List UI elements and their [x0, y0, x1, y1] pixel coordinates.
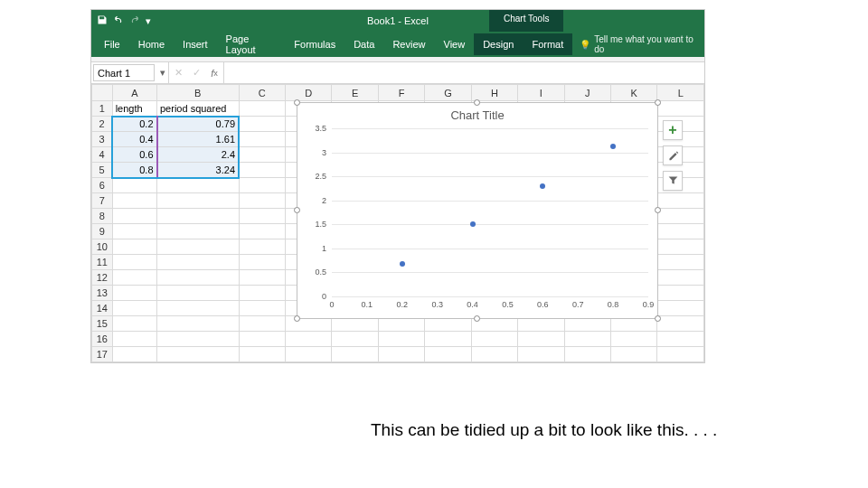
col-header[interactable]: G	[425, 85, 471, 101]
cell[interactable]	[611, 347, 657, 362]
cell[interactable]	[157, 224, 240, 239]
cell[interactable]	[239, 224, 285, 239]
row-header[interactable]: 6	[92, 178, 113, 193]
select-all-cell[interactable]	[92, 85, 113, 101]
cell[interactable]	[657, 286, 704, 301]
cell[interactable]	[112, 301, 156, 316]
cell[interactable]	[471, 347, 517, 362]
row-header[interactable]: 17	[92, 347, 113, 362]
tab-page-layout[interactable]: Page Layout	[217, 28, 286, 61]
cell[interactable]	[112, 332, 156, 347]
cell[interactable]	[518, 332, 564, 347]
cell[interactable]	[239, 286, 285, 301]
cell[interactable]	[112, 224, 156, 239]
cell[interactable]	[239, 101, 285, 117]
row-header[interactable]: 5	[92, 163, 113, 178]
cell[interactable]	[425, 347, 471, 362]
cell[interactable]	[157, 270, 240, 286]
name-box-dropdown-icon[interactable]: ▾	[156, 62, 169, 83]
cell[interactable]	[239, 239, 285, 255]
cell[interactable]	[239, 132, 285, 147]
save-icon[interactable]	[97, 14, 108, 27]
chart-data-point[interactable]	[400, 261, 405, 267]
col-header[interactable]: J	[564, 85, 610, 101]
row-header[interactable]: 3	[92, 132, 113, 147]
col-header[interactable]: E	[332, 85, 378, 101]
tab-review[interactable]: Review	[383, 33, 434, 55]
qat-dropdown-icon[interactable]: ▾	[146, 15, 151, 27]
row-header[interactable]: 10	[92, 239, 113, 255]
resize-handle[interactable]	[294, 99, 300, 106]
row-header[interactable]: 15	[92, 316, 113, 332]
col-header[interactable]: H	[471, 85, 517, 101]
cell[interactable]	[112, 239, 156, 255]
cell[interactable]: 0.79	[157, 117, 240, 132]
cell[interactable]	[657, 316, 704, 332]
cell[interactable]: 2.4	[157, 147, 240, 163]
chart-elements-button[interactable]: +	[663, 120, 683, 140]
cell[interactable]	[157, 178, 240, 193]
cell[interactable]	[239, 255, 285, 270]
cell[interactable]	[157, 239, 240, 255]
name-box[interactable]	[93, 64, 155, 81]
resize-handle[interactable]	[474, 99, 480, 106]
cell[interactable]	[239, 332, 285, 347]
col-header[interactable]: K	[611, 85, 657, 101]
cell[interactable]: 0.6	[112, 147, 156, 163]
row-header[interactable]: 1	[92, 101, 113, 117]
cell[interactable]: period squared	[157, 101, 240, 117]
cell[interactable]	[239, 117, 285, 132]
cell[interactable]	[657, 209, 704, 224]
cell[interactable]	[239, 209, 285, 224]
cell[interactable]	[112, 286, 156, 301]
chart-styles-button[interactable]	[663, 145, 683, 165]
cell[interactable]	[239, 193, 285, 209]
cell[interactable]	[112, 255, 156, 270]
resize-handle[interactable]	[655, 99, 661, 106]
cell[interactable]	[425, 332, 471, 347]
cell[interactable]	[112, 347, 156, 362]
cell[interactable]	[285, 332, 331, 347]
cell[interactable]	[157, 209, 240, 224]
cell[interactable]	[157, 301, 240, 316]
cell[interactable]	[157, 255, 240, 270]
cell[interactable]	[239, 147, 285, 163]
chart-x-axis[interactable]: 00.10.20.30.40.50.60.70.80.9	[332, 300, 648, 313]
cell[interactable]	[611, 332, 657, 347]
cell[interactable]	[239, 270, 285, 286]
col-header[interactable]: D	[285, 85, 331, 101]
row-header[interactable]: 8	[92, 209, 113, 224]
embedded-chart[interactable]: Chart Title 00.511.522.533.5 00.10.20.30…	[297, 102, 658, 319]
cell[interactable]	[471, 332, 517, 347]
cell[interactable]	[657, 301, 704, 316]
cell[interactable]: 0.4	[112, 132, 156, 147]
cell[interactable]	[657, 332, 704, 347]
col-header[interactable]: L	[657, 85, 704, 101]
cell[interactable]: 1.61	[157, 132, 240, 147]
row-header[interactable]: 14	[92, 301, 113, 316]
row-header[interactable]: 13	[92, 286, 113, 301]
cell[interactable]	[285, 347, 331, 362]
cell[interactable]: 0.8	[112, 163, 156, 178]
cell[interactable]	[378, 347, 424, 362]
cell[interactable]	[112, 316, 156, 332]
cell[interactable]	[332, 332, 378, 347]
col-header[interactable]: B	[157, 85, 240, 101]
cell[interactable]	[112, 209, 156, 224]
cell[interactable]: length	[112, 101, 156, 117]
row-header[interactable]: 11	[92, 255, 113, 270]
cell[interactable]	[239, 316, 285, 332]
cell[interactable]	[518, 347, 564, 362]
resize-handle[interactable]	[474, 315, 480, 322]
chart-filters-button[interactable]	[663, 171, 683, 191]
cell[interactable]	[157, 347, 240, 362]
col-header[interactable]: A	[112, 85, 156, 101]
chart-plot-area[interactable]	[332, 128, 648, 296]
chart-y-axis[interactable]: 00.511.522.533.5	[297, 128, 328, 296]
cell[interactable]	[157, 316, 240, 332]
cell[interactable]	[157, 193, 240, 209]
cell[interactable]: 0.2	[112, 117, 156, 132]
cell[interactable]	[378, 332, 424, 347]
cell[interactable]	[239, 178, 285, 193]
cell[interactable]	[332, 347, 378, 362]
